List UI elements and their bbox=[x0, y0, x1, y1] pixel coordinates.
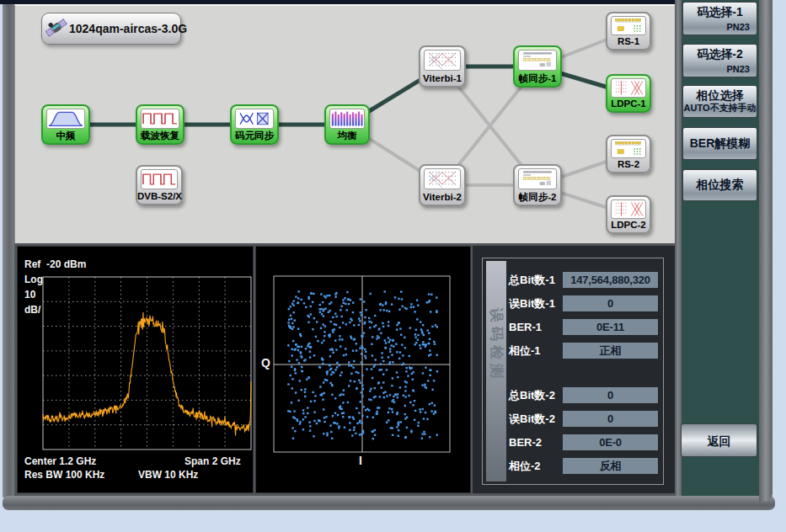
code-select-2-button[interactable]: 码选择-2PN23 bbox=[682, 44, 757, 77]
frame-icon bbox=[518, 168, 557, 189]
node-vit1[interactable]: Viterbi-1 bbox=[419, 45, 466, 88]
spectrum-ref-label: Ref -20 dBm bbox=[24, 258, 86, 270]
stat-value: 0 bbox=[563, 387, 658, 403]
stat-value: 0 bbox=[563, 295, 658, 311]
stat-label: 误Bit数-1 bbox=[509, 295, 555, 312]
node-label: 载波恢复 bbox=[137, 130, 183, 142]
node-symsync[interactable]: 码元同步 bbox=[230, 104, 279, 145]
trellis-icon bbox=[424, 168, 461, 189]
stat-label: 误Bit数-2 bbox=[509, 411, 555, 428]
spectrum-span-label: Span 2 GHz bbox=[184, 455, 241, 467]
node-label: 中频 bbox=[43, 130, 88, 142]
window-frame-bottom bbox=[3, 496, 775, 510]
rs-icon bbox=[611, 16, 646, 35]
squarewave-icon bbox=[141, 169, 178, 189]
ldpc-icon bbox=[611, 78, 646, 98]
monitor-row: Ref -20 dBm Log 10 dB/ Center 1.2 GHz Sp… bbox=[14, 243, 675, 496]
spectrum-scale-db: dB/ bbox=[24, 304, 40, 316]
stat-value: 反相 bbox=[563, 458, 658, 474]
node-label: Viterbi-2 bbox=[420, 191, 464, 204]
signal-chain-panel: 中频载波恢复码元同步均衡DVB-S2/XViterbi-1Viterbi-2帧同… bbox=[14, 4, 675, 243]
node-label: 码元同步 bbox=[232, 130, 277, 142]
ber-box: 误码检测 总Bit数-1147,564,880,320误Bit数-10BER-1… bbox=[482, 258, 664, 485]
sidebar-divider bbox=[675, 0, 682, 496]
node-label: 均衡 bbox=[326, 130, 368, 142]
button-value: AUTO不支持手动 bbox=[683, 102, 757, 114]
window-frame-right bbox=[759, 0, 773, 502]
node-carrier[interactable]: 载波恢复 bbox=[136, 104, 184, 145]
stat-label: 相位-1 bbox=[509, 343, 541, 359]
ber-row: BER-10E-11 bbox=[483, 319, 663, 336]
window-frame-left bbox=[3, 4, 14, 497]
stat-label: 相位-2 bbox=[509, 458, 541, 475]
ber-row: 相位-1正相 bbox=[483, 343, 663, 359]
node-rs2[interactable]: RS-2 bbox=[606, 135, 651, 173]
node-dvb[interactable]: DVB-S2/X bbox=[136, 165, 183, 205]
squarewave-icon bbox=[141, 109, 179, 129]
node-fs1[interactable]: 帧同步-1 bbox=[513, 45, 562, 88]
node-label: DVB-S2/X bbox=[137, 190, 181, 203]
button-value: PN23 bbox=[683, 64, 757, 74]
spectrum-scale-log: Log bbox=[24, 274, 43, 285]
ber-row: 误Bit数-20 bbox=[483, 411, 663, 428]
q-axis-label: Q bbox=[261, 356, 270, 370]
button-value: PN23 bbox=[683, 22, 757, 32]
spectrum-panel: Ref -20 dBm Log 10 dB/ Center 1.2 GHz Sp… bbox=[17, 246, 254, 493]
stat-value: 0E-11 bbox=[563, 319, 658, 335]
ber-row: 误Bit数-10 bbox=[483, 295, 663, 312]
stat-label: 总Bit数-2 bbox=[509, 387, 555, 404]
ber-row: 总Bit数-20 bbox=[483, 387, 663, 404]
node-if[interactable]: 中频 bbox=[41, 104, 90, 145]
node-label: LDPC-1 bbox=[607, 98, 650, 110]
demodulator-app-window: 中频载波恢复码元同步均衡DVB-S2/XViterbi-1Viterbi-2帧同… bbox=[0, 0, 786, 532]
ldpc-icon bbox=[611, 200, 646, 219]
trellis-icon bbox=[424, 50, 461, 71]
node-eq[interactable]: 均衡 bbox=[324, 104, 370, 145]
constellation-panel: Q I bbox=[255, 246, 471, 493]
spectrum-scale-10: 10 bbox=[24, 289, 35, 301]
stat-label: BER-2 bbox=[509, 434, 542, 451]
node-ldpc1[interactable]: LDPC-1 bbox=[606, 74, 651, 113]
constellation-plot bbox=[256, 247, 470, 492]
button-label: 码选择-2 bbox=[683, 47, 757, 62]
stat-value: 正相 bbox=[563, 343, 658, 359]
ber-panel: 误码检测 总Bit数-1147,564,880,320误Bit数-10BER-1… bbox=[473, 246, 675, 493]
back-button[interactable]: 返回 bbox=[681, 423, 757, 457]
node-fs2[interactable]: 帧同步-2 bbox=[513, 164, 562, 206]
spectrum-icon bbox=[46, 109, 85, 129]
node-vit2[interactable]: Viterbi-2 bbox=[419, 164, 466, 206]
frame-icon bbox=[518, 50, 557, 71]
code-select-1-button[interactable]: 码选择-1PN23 bbox=[682, 2, 757, 35]
ber-deambiguity-button[interactable]: BER解模糊 bbox=[682, 127, 757, 160]
stat-value: 0E-0 bbox=[563, 434, 658, 450]
node-label: RS-2 bbox=[607, 158, 650, 171]
ber-row: 总Bit数-1147,564,880,320 bbox=[483, 272, 663, 289]
stat-value: 0 bbox=[563, 411, 658, 427]
button-label: 码选择-1 bbox=[683, 5, 757, 20]
button-label: BER解模糊 bbox=[683, 136, 757, 152]
demod-config-button[interactable]: 1024qam-aircas-3.0G bbox=[41, 13, 181, 45]
stat-value: 147,564,880,320 bbox=[563, 272, 658, 288]
node-ldpc2[interactable]: LDPC-2 bbox=[606, 195, 651, 234]
config-title: 1024qam-aircas-3.0G bbox=[69, 22, 187, 35]
satellite-icon bbox=[45, 16, 67, 42]
node-label: 帧同步-1 bbox=[515, 72, 560, 85]
phase-search-button[interactable]: 相位搜索 bbox=[682, 169, 757, 201]
node-rs1[interactable]: RS-1 bbox=[606, 12, 651, 51]
equalizer-icon bbox=[329, 109, 365, 129]
sidebar: 码选择-1PN23码选择-2PN23相位选择AUTO不支持手动BER解模糊相位搜… bbox=[675, 0, 759, 496]
rs-icon bbox=[611, 139, 646, 158]
button-label: 相位搜索 bbox=[683, 178, 757, 193]
spectrum-center-label: Center 1.2 GHz bbox=[24, 455, 96, 467]
node-label: RS-1 bbox=[607, 35, 650, 48]
eye-icon bbox=[235, 109, 274, 129]
spectrum-rbw-label: Res BW 100 KHz bbox=[24, 469, 104, 481]
node-label: LDPC-2 bbox=[607, 219, 650, 231]
ber-row: BER-20E-0 bbox=[483, 434, 663, 451]
ber-row: 相位-2反相 bbox=[483, 458, 663, 475]
stat-label: 总Bit数-1 bbox=[509, 272, 555, 289]
node-label: 帧同步-2 bbox=[515, 191, 560, 204]
node-label: Viterbi-1 bbox=[420, 72, 464, 85]
stat-label: BER-1 bbox=[509, 319, 542, 336]
phase-select-button[interactable]: 相位选择AUTO不支持手动 bbox=[682, 85, 757, 118]
